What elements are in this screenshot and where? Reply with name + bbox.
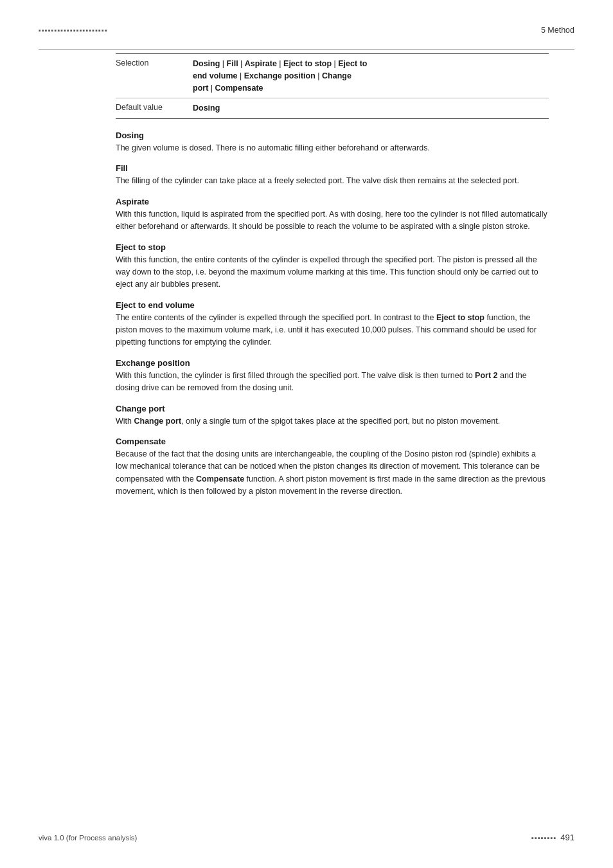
heading-eject-end: Eject to end volume	[116, 300, 549, 310]
table-row-selection: Selection Dosing | Fill | Aspirate | Eje…	[116, 54, 549, 98]
body-fill: The filling of the cylinder can take pla…	[116, 175, 549, 187]
body-compensate: Because of the fact that the dosing unit…	[116, 448, 549, 498]
footer-app-name: viva 1.0 (for Process analysis)	[39, 834, 137, 842]
body-eject-end: The entire contents of the cylinder is e…	[116, 312, 549, 349]
header-dots: ▪▪▪▪▪▪▪▪▪▪▪▪▪▪▪▪▪▪▪▪▪▪	[39, 26, 108, 34]
heading-fill: Fill	[116, 163, 549, 173]
selection-value: Dosing | Fill | Aspirate | Eject to stop…	[193, 58, 549, 94]
default-label: Default value	[116, 102, 193, 112]
section-change-port: Change port With Change port, only a sin…	[116, 404, 549, 428]
page-footer: viva 1.0 (for Process analysis) ▪▪▪▪▪▪▪▪…	[39, 833, 574, 842]
page-header: ▪▪▪▪▪▪▪▪▪▪▪▪▪▪▪▪▪▪▪▪▪▪ 5 Method	[39, 26, 574, 37]
heading-aspirate: Aspirate	[116, 197, 549, 206]
heading-exchange: Exchange position	[116, 358, 549, 368]
footer-dots: ▪▪▪▪▪▪▪▪	[531, 834, 556, 842]
section-eject-end: Eject to end volume The entire contents …	[116, 300, 549, 349]
section-exchange: Exchange position With this function, th…	[116, 358, 549, 395]
section-compensate: Compensate Because of the fact that the …	[116, 437, 549, 498]
heading-dosing: Dosing	[116, 131, 549, 140]
body-exchange: With this function, the cylinder is firs…	[116, 370, 549, 395]
selection-table: Selection Dosing | Fill | Aspirate | Eje…	[116, 53, 549, 119]
section-eject-stop: Eject to stop With this function, the en…	[116, 242, 549, 291]
content-area: Selection Dosing | Fill | Aspirate | Eje…	[116, 53, 549, 498]
page-number: 491	[560, 833, 574, 842]
body-dosing: The given volume is dosed. There is no a…	[116, 142, 549, 154]
section-dosing: Dosing The given volume is dosed. There …	[116, 131, 549, 154]
heading-change-port: Change port	[116, 404, 549, 413]
default-value: Dosing	[193, 102, 549, 114]
section-aspirate: Aspirate With this function, liquid is a…	[116, 197, 549, 233]
header-chapter: 5 Method	[541, 26, 574, 35]
section-fill: Fill The filling of the cylinder can tak…	[116, 163, 549, 187]
heading-eject-stop: Eject to stop	[116, 242, 549, 252]
heading-compensate: Compensate	[116, 437, 549, 446]
body-aspirate: With this function, liquid is aspirated …	[116, 208, 549, 233]
body-change-port: With Change port, only a single turn of …	[116, 415, 549, 428]
selection-label: Selection	[116, 58, 193, 68]
table-row-default: Default value Dosing	[116, 98, 549, 118]
footer-page-number: ▪▪▪▪▪▪▪▪ 491	[531, 833, 574, 842]
page-container: ▪▪▪▪▪▪▪▪▪▪▪▪▪▪▪▪▪▪▪▪▪▪ 5 Method Selectio…	[0, 0, 613, 868]
body-eject-stop: With this function, the entire contents …	[116, 254, 549, 291]
